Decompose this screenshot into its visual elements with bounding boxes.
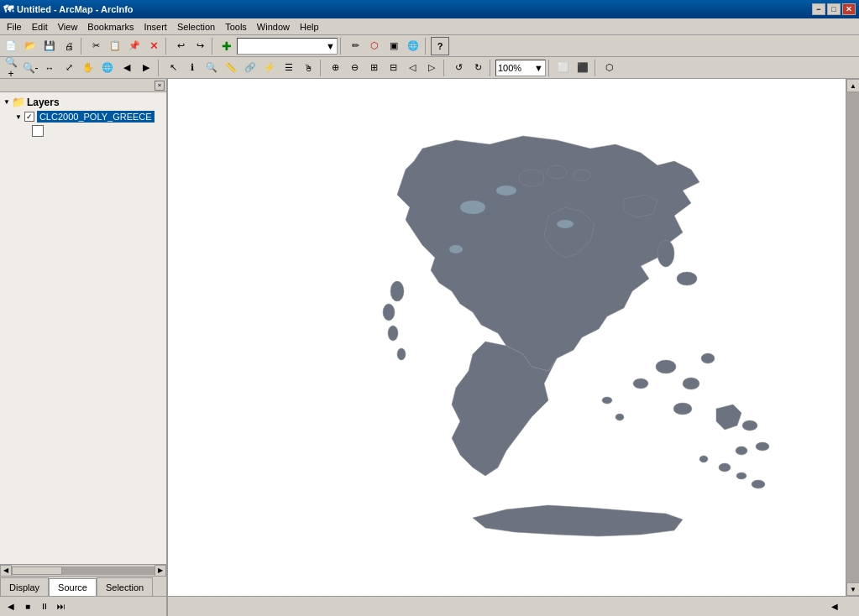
hyperlink-button[interactable]: 🔗 — [241, 59, 259, 77]
query-button[interactable]: ⚡ — [260, 59, 279, 77]
identify-button[interactable]: ℹ — [183, 59, 202, 77]
pan-right-button[interactable]: ▷ — [422, 59, 441, 77]
map-nav-left[interactable]: ◀ — [827, 599, 842, 614]
layer-dropdown-arrow: ▼ — [326, 41, 335, 51]
forward-button[interactable]: ▶ — [137, 59, 155, 77]
print-button[interactable]: 🖨 — [60, 37, 78, 55]
stop-button[interactable]: ■ — [20, 599, 35, 614]
full-extent-button[interactable]: ⤢ — [60, 59, 78, 77]
bottom-right-controls: ◀ — [168, 597, 859, 616]
play-button[interactable]: ⏸ — [37, 599, 52, 614]
pan-button[interactable]: ✋ — [79, 59, 97, 77]
copy-button[interactable]: 📋 — [106, 37, 124, 55]
select-button[interactable]: ↖ — [164, 59, 182, 77]
fixed-zoom-in-button[interactable]: ⊞ — [364, 59, 383, 77]
close-button[interactable]: ✕ — [842, 3, 856, 15]
help-button[interactable]: ? — [431, 37, 449, 55]
find-button[interactable]: 🔍 — [202, 59, 221, 77]
svg-point-26 — [449, 245, 463, 253]
tab-display[interactable]: Display — [0, 577, 49, 596]
menu-insert[interactable]: Insert — [139, 20, 172, 34]
layout-button[interactable]: ▣ — [385, 37, 403, 55]
3d-button[interactable]: ⬡ — [365, 37, 384, 55]
menu-file[interactable]: File — [2, 20, 27, 34]
bottom-left-controls: ◀ ■ ⏸ ⏭ — [0, 597, 168, 616]
tab-selection[interactable]: Selection — [97, 577, 153, 596]
menu-bookmarks[interactable]: Bookmarks — [82, 20, 139, 34]
svg-point-16 — [574, 170, 590, 181]
scroll-right-arrow[interactable]: ▶ — [155, 565, 166, 577]
zoom-in-2-button[interactable]: ⊕ — [326, 59, 344, 77]
menu-view[interactable]: View — [53, 20, 83, 34]
left-column: × ▼ 📁 Layers ▼ ✓ CLC2000_POLY_GREECE — [0, 79, 168, 596]
tools-toolbar: 🔍+ 🔍- ↔ ⤢ ✋ 🌐 ◀ ▶ ↖ ℹ 🔍 📏 🔗 ⚡ ☰ 🖱 ⊕ ⊖ ⊞ … — [0, 57, 859, 79]
svg-point-0 — [656, 360, 676, 373]
measure-button[interactable]: 📏 — [222, 59, 240, 77]
add-data-button[interactable]: ✚ — [217, 37, 236, 55]
toc-tabs: Display Source Selection — [0, 576, 166, 596]
fixed-zoom-out-button[interactable]: ⊟ — [384, 59, 402, 77]
html-popup-button[interactable]: 🖱 — [299, 59, 317, 77]
menu-help[interactable]: Help — [295, 20, 324, 34]
zoom-in-button[interactable]: 🔍+ — [2, 59, 20, 77]
tab-source[interactable]: Source — [49, 578, 97, 596]
map-vscrollbar[interactable]: ▲ ▼ — [846, 79, 859, 596]
layer-dropdown[interactable]: ▼ — [237, 38, 338, 55]
svg-point-2 — [633, 378, 648, 389]
zoom-out-2-button[interactable]: ⊖ — [345, 59, 364, 77]
toc-close-button[interactable]: × — [155, 81, 165, 91]
layer-expand-icon[interactable]: ▼ — [15, 113, 22, 121]
rotate-back-button[interactable]: ↺ — [449, 59, 468, 77]
sep4 — [340, 38, 343, 55]
pan-left-button[interactable]: ◁ — [403, 59, 422, 77]
scroll-thumb[interactable] — [12, 566, 62, 575]
layers-root: ▼ 📁 Layers — [2, 94, 165, 110]
paste-button[interactable]: 📌 — [125, 37, 144, 55]
layer-name[interactable]: CLC2000_POLY_GREECE — [37, 111, 155, 123]
new-button[interactable]: 📄 — [2, 37, 20, 55]
menu-window[interactable]: Window — [252, 20, 295, 34]
svg-point-17 — [602, 397, 612, 404]
overview-button[interactable]: ⬛ — [574, 59, 592, 77]
scroll-left-arrow[interactable]: ◀ — [0, 565, 12, 577]
expand-icon[interactable]: ▼ — [3, 98, 10, 106]
zoom-dropdown[interactable]: 100% ▼ — [495, 60, 546, 76]
redo-button[interactable]: ↪ — [191, 37, 209, 55]
maximize-button[interactable]: □ — [827, 3, 841, 15]
svg-point-22 — [699, 456, 708, 462]
svg-point-9 — [383, 304, 395, 321]
toc-scrollbar[interactable]: ◀ ▶ — [0, 564, 166, 576]
magnifier-button[interactable]: ⬡ — [600, 59, 619, 77]
results-button[interactable]: ☰ — [280, 59, 298, 77]
rotate-fwd-button[interactable]: ↻ — [469, 59, 487, 77]
menu-tools[interactable]: Tools — [220, 20, 252, 34]
full-screen-button[interactable]: ⬜ — [554, 59, 573, 77]
sep2 — [165, 38, 169, 55]
layer-item: ▼ ✓ CLC2000_POLY_GREECE — [2, 110, 165, 123]
arcgis-button[interactable]: 🌐 — [404, 37, 422, 55]
svg-point-23 — [460, 201, 485, 214]
vscroll-down-arrow[interactable]: ▼ — [846, 582, 859, 596]
save-button[interactable]: 💾 — [40, 37, 59, 55]
undo-button[interactable]: ↩ — [171, 37, 190, 55]
open-button[interactable]: 📂 — [21, 37, 39, 55]
layer-checkbox[interactable]: ✓ — [24, 112, 34, 122]
pan-extent-button[interactable]: ↔ — [40, 59, 59, 77]
step-button[interactable]: ⏭ — [54, 599, 69, 614]
minimize-button[interactable]: − — [812, 3, 825, 15]
layers-label: Layers — [27, 97, 60, 108]
vscroll-up-arrow[interactable]: ▲ — [846, 79, 859, 92]
globe-button[interactable]: 🌐 — [98, 59, 117, 77]
delete-button[interactable]: ✕ — [144, 37, 163, 55]
play-back-button[interactable]: ◀ — [3, 599, 18, 614]
zoom-out-button[interactable]: 🔍- — [21, 59, 39, 77]
back-button[interactable]: ◀ — [118, 59, 136, 77]
menu-selection[interactable]: Selection — [172, 20, 220, 34]
cut-button[interactable]: ✂ — [86, 37, 105, 55]
svg-point-8 — [390, 281, 404, 301]
editor-toolbar-button[interactable]: ✏ — [346, 37, 364, 55]
svg-point-5 — [742, 420, 757, 431]
sep7 — [320, 60, 323, 76]
menu-edit[interactable]: Edit — [27, 20, 53, 34]
map-area[interactable] — [168, 79, 859, 596]
